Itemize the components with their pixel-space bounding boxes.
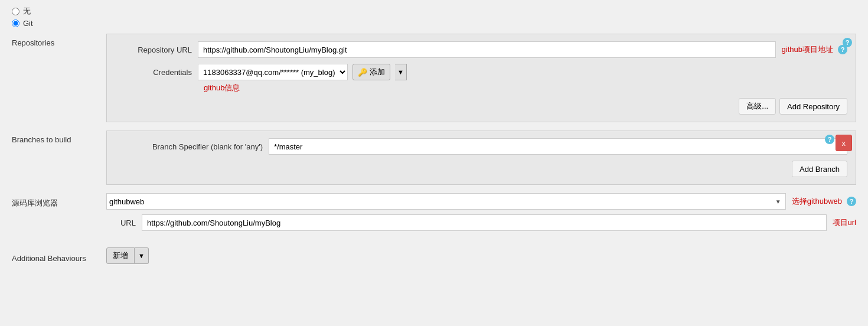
branches-section-row: Branches to build x ? Branch Specifier (… xyxy=(12,131,856,185)
radio-none-label: 无 xyxy=(23,6,31,17)
additional-label: Additional Behaviours xyxy=(12,249,106,263)
add-credential-dropdown[interactable]: ▼ xyxy=(395,64,407,80)
add-repository-button[interactable]: Add Repository xyxy=(779,98,847,115)
github-info-annotation: github信息 xyxy=(204,83,240,93)
key-icon: 🔑 xyxy=(358,68,367,77)
radio-git-row: Git xyxy=(12,19,856,28)
credentials-controls: 1183063337@qq.com/****** (my_blog) 🔑 添加 … xyxy=(198,64,407,80)
source-browser-help-icon[interactable]: ? xyxy=(847,197,856,206)
advanced-button[interactable]: 高级... xyxy=(739,98,776,115)
new-btn[interactable]: 新增 xyxy=(106,247,135,264)
add-credential-button[interactable]: 🔑 添加 xyxy=(353,64,390,80)
repositories-content: ? Repository URL github项目地址 ? Credential… xyxy=(106,34,856,122)
add-branch-button[interactable]: Add Branch xyxy=(792,161,847,177)
url-annotation: 项目url xyxy=(833,217,856,228)
repositories-help-icon-wrapper: ? xyxy=(839,38,852,47)
source-browser-select[interactable]: githubweb xyxy=(106,193,786,210)
delete-branch-btn-wrapper: x xyxy=(836,135,853,151)
additional-behaviours-row: Additional Behaviours 新增 ▼ xyxy=(12,247,856,264)
source-browser-select-row: githubweb 选择githubweb ? xyxy=(106,193,856,210)
repo-url-annotation: github项目地址 xyxy=(782,44,833,55)
url-label: URL xyxy=(106,219,142,227)
url-field-row: URL 项目url xyxy=(106,214,856,231)
credential-select[interactable]: 1183063337@qq.com/****** (my_blog) xyxy=(198,64,348,80)
source-browser-controls: githubweb 选择githubweb ? URL 项目url xyxy=(106,193,856,239)
repo-url-input[interactable] xyxy=(198,41,776,58)
credentials-row: Credentials 1183063337@qq.com/****** (my… xyxy=(115,64,847,80)
credentials-label: Credentials xyxy=(115,68,198,77)
source-browser-section-row: 源码库浏览器 githubweb 选择githubweb ? URL 项目url xyxy=(12,193,856,239)
repositories-help-icon[interactable]: ? xyxy=(843,38,852,47)
url-input[interactable] xyxy=(142,214,827,231)
branches-buttons-row: Add Branch xyxy=(115,161,847,177)
branches-label: Branches to build xyxy=(12,131,106,144)
github-info-annotation-row: github信息 xyxy=(115,83,847,93)
additional-controls: 新增 ▼ xyxy=(106,247,149,264)
source-browser-label: 源码库浏览器 xyxy=(12,193,106,208)
repositories-section-row: Repositories ? Repository URL github项目地址… xyxy=(12,34,856,122)
branch-specifier-input[interactable] xyxy=(269,138,847,155)
radio-none-row: 无 xyxy=(12,6,856,17)
repositories-buttons-row: 高级... Add Repository xyxy=(115,98,847,115)
page-wrapper: 无 Git Repositories ? Repository URL gith… xyxy=(0,0,868,326)
radio-git-label: Git xyxy=(23,19,33,28)
branches-help-icon-wrapper: ? xyxy=(821,135,834,144)
delete-branch-button[interactable]: x xyxy=(836,135,853,151)
repositories-label: Repositories xyxy=(12,34,106,47)
source-browser-select-wrapper: githubweb xyxy=(106,193,786,210)
new-btn-dropdown[interactable]: ▼ xyxy=(135,247,149,264)
branches-help-icon[interactable]: ? xyxy=(825,135,834,144)
add-btn-label: 添加 xyxy=(370,67,385,77)
radio-none[interactable] xyxy=(12,8,19,15)
branch-specifier-row: Branch Specifier (blank for 'any') xyxy=(115,138,847,155)
branch-specifier-label: Branch Specifier (blank for 'any') xyxy=(115,142,269,151)
radio-group: 无 Git xyxy=(12,6,856,28)
radio-git[interactable] xyxy=(12,19,19,27)
repo-url-label: Repository URL xyxy=(115,45,198,54)
source-browser-annotation: 选择githubweb xyxy=(792,196,842,207)
repo-url-row: Repository URL github项目地址 ? xyxy=(115,41,847,58)
branches-content: x ? Branch Specifier (blank for 'any') A… xyxy=(106,131,856,185)
